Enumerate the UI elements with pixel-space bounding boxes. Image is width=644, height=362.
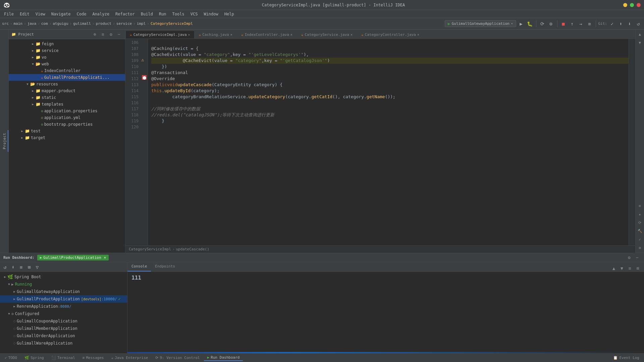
console-tab-endpoints[interactable]: Endpoints <box>151 263 179 272</box>
menu-view[interactable]: View <box>33 11 48 17</box>
tree-item-templates[interactable]: ▶ 📁 templates <box>9 101 125 108</box>
btab-terminal[interactable]: ⬛ Terminal <box>48 355 78 361</box>
minimize-button[interactable] <box>623 3 627 7</box>
settings-button[interactable]: ⚙ <box>547 20 555 27</box>
run-filter-icon[interactable]: ▽ <box>34 263 41 271</box>
tree-item-vo[interactable]: ▶ 📁 vo <box>9 54 125 61</box>
menu-analyze[interactable]: Analyze <box>90 11 112 17</box>
run-app-close[interactable]: × <box>104 255 106 260</box>
product-port[interactable]: :10000/ <box>101 297 117 301</box>
menu-vcs[interactable]: VCS <box>188 11 201 17</box>
tree-item-service[interactable]: ▶ 📁 service <box>9 47 125 54</box>
project-panel-collapse[interactable]: ≡ <box>100 31 106 38</box>
right-panel-structure[interactable]: ≡ <box>637 202 642 209</box>
tab-close-category[interactable]: × <box>188 33 190 37</box>
tree-item-mapper-product[interactable]: ▶ 📁 mapper.product <box>9 87 125 94</box>
tab-category-service-impl[interactable]: ☕ CategoryServiceImpl.java × <box>125 31 195 39</box>
run-ware-icon[interactable]: ○ <box>12 342 17 345</box>
expand-feign-icon[interactable]: ▶ <box>30 42 36 46</box>
menu-refactor[interactable]: Refactor <box>113 11 138 17</box>
run-member-icon[interactable]: ○ <box>12 327 17 330</box>
tree-item-bootstrap-props[interactable]: ⚙ bootstrap.properties <box>9 121 125 128</box>
tree-item-target[interactable]: ▶ 📁 target <box>9 134 125 141</box>
step-over-button[interactable]: → <box>577 20 585 27</box>
run-config-selector[interactable]: ▶ GulimallGatewayApplication ▾ <box>445 20 516 27</box>
resume-button[interactable]: ↑ <box>569 20 576 27</box>
menu-tools[interactable]: Tools <box>170 11 187 17</box>
tab-category-controller[interactable]: ☕ CategoryController.java × <box>357 31 424 39</box>
project-panel-gear[interactable]: ⚙ <box>108 31 114 38</box>
console-scroll-down[interactable]: ▼ <box>619 265 625 272</box>
run-item-renren[interactable]: ▶ RenrenApplication :8080/ <box>0 303 127 310</box>
expand-mapper-icon[interactable]: ▶ <box>30 89 36 93</box>
more-button[interactable]: ≡ <box>586 20 593 27</box>
console-settings[interactable]: ≡ <box>627 265 633 272</box>
tree-item-test[interactable]: ▶ 📁 test <box>9 128 125 134</box>
expand-spring-boot-icon[interactable]: ▶ <box>3 275 7 279</box>
console-tab-console[interactable]: Console <box>127 263 151 272</box>
run-group-icon[interactable]: ⊞ <box>25 263 33 271</box>
tree-item-feign[interactable]: ▶ 📁 feign <box>9 41 125 47</box>
git-push-icon[interactable]: ⬇ <box>626 20 633 27</box>
right-panel-bookmark[interactable]: ★ <box>637 211 642 218</box>
right-panel-todo[interactable]: ✓ <box>637 236 642 243</box>
git-icon[interactable]: ✓ <box>608 20 616 27</box>
tab-close-cat-svc[interactable]: × <box>351 33 353 37</box>
expand-vo-icon[interactable]: ▶ <box>30 56 36 59</box>
project-panel-close[interactable]: − <box>116 31 122 38</box>
expand-web-icon[interactable]: ▼ <box>30 62 36 66</box>
menu-help[interactable]: Help <box>222 11 237 17</box>
right-panel-arrow-up[interactable]: ▲ <box>637 31 642 38</box>
tree-item-app-props[interactable]: ⚙ application.properties <box>9 108 125 114</box>
run-product-play[interactable]: ▶ <box>12 297 17 301</box>
btab-messages[interactable]: ≡ Messages <box>79 355 107 361</box>
close-button[interactable] <box>637 3 641 7</box>
tab-close-caching[interactable]: × <box>230 33 232 37</box>
run-order-icon[interactable]: ○ <box>12 334 17 338</box>
run-item-configured-group[interactable]: ▼ ⚙ Configured <box>0 310 127 317</box>
tree-item-resources[interactable]: ▼ 📂 resources <box>9 81 125 87</box>
right-panel-settings[interactable]: ⚙ <box>637 244 642 251</box>
run-gateway-play[interactable]: ▶ <box>12 290 17 293</box>
right-panel-git[interactable]: ⟳ <box>637 219 643 226</box>
right-panel-arrow-down[interactable]: ▼ <box>637 39 642 46</box>
btab-event-log[interactable]: 📋 Event Log <box>610 355 643 361</box>
run-item-ware[interactable]: ○ GulimallWareApplication <box>0 340 127 347</box>
menu-window[interactable]: Window <box>201 11 221 17</box>
run-item-coupon[interactable]: ○ GulimallCouponApplication <box>0 317 127 325</box>
menu-navigate[interactable]: Navigate <box>49 11 73 17</box>
run-item-product[interactable]: ▶ GulimallProductApplication [devtools] … <box>0 295 127 303</box>
btab-run-dashboard[interactable]: ▶ Run Dashboard <box>204 355 243 361</box>
btab-todo[interactable]: ✓ TODO <box>1 355 20 361</box>
expand-configured-icon[interactable]: ▼ <box>7 312 11 315</box>
expand-running-icon[interactable]: ▼ <box>7 283 11 286</box>
expand-resources-icon[interactable]: ▼ <box>25 82 30 86</box>
tab-caching[interactable]: ☕ Caching.java × <box>195 31 237 39</box>
panel-settings-icon[interactable]: ⚙ <box>626 254 633 261</box>
tree-item-gulimall-product-app[interactable]: ☕ GulimallProductApplicati... <box>9 74 125 81</box>
menu-build[interactable]: Build <box>138 11 156 17</box>
menu-file[interactable]: File <box>1 11 16 17</box>
git-commit-icon[interactable]: ⬆ <box>617 20 625 27</box>
run-renren-play[interactable]: ▶ <box>12 305 17 308</box>
run-stop-all-icon[interactable]: ⬇ <box>9 263 17 271</box>
run-app-tab[interactable]: ▶ GulimallProductApplication × <box>37 255 109 260</box>
panel-close-icon[interactable]: − <box>634 254 641 261</box>
tab-close-cat-ctrl[interactable]: × <box>417 33 419 37</box>
expand-templates-icon[interactable]: ▶ <box>30 103 36 106</box>
tree-item-index-controller[interactable]: ☕ IndexController <box>9 67 125 74</box>
run-button[interactable]: ▶ <box>518 20 525 27</box>
run-item-gateway[interactable]: ▶ GulimallGatewayApplication <box>0 288 127 295</box>
run-item-running-group[interactable]: ▼ ▶ Running <box>0 281 127 288</box>
tree-item-static[interactable]: ▶ 📁 static <box>9 94 125 101</box>
run-restart-icon[interactable]: ↺ <box>1 263 9 271</box>
maximize-button[interactable] <box>630 3 634 7</box>
project-tab[interactable]: Project <box>1 130 8 152</box>
tab-index-controller[interactable]: ☕ IndexController.java × <box>237 31 297 39</box>
window-controls[interactable] <box>623 3 641 7</box>
favorites-tab[interactable]: Favorites <box>0 128 1 154</box>
expand-target-icon[interactable]: ▶ <box>19 136 25 139</box>
btab-java-enterprise[interactable]: ☕ Java Enterprise <box>108 355 151 361</box>
project-panel-settings[interactable]: ⊕ <box>92 31 98 38</box>
run-coupon-icon[interactable]: ○ <box>12 319 17 323</box>
